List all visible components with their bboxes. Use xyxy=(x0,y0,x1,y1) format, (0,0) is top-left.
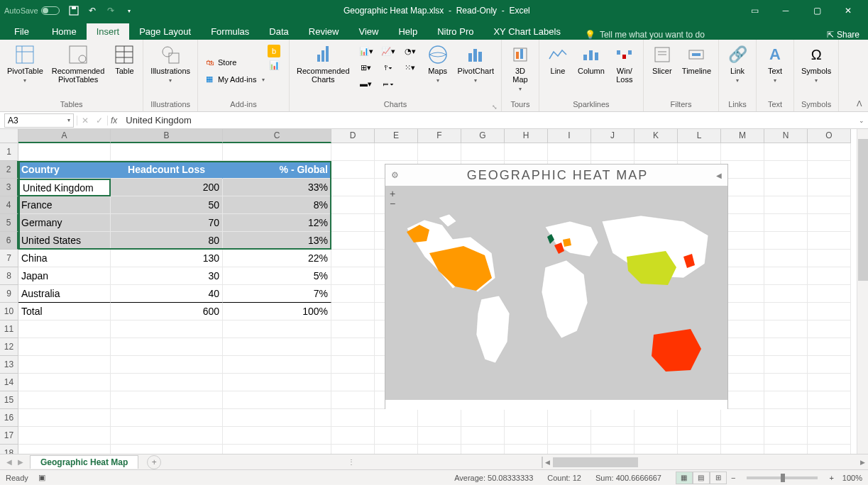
cell[interactable]: 33% xyxy=(223,179,331,196)
maps-button[interactable]: Maps▾ xyxy=(422,42,454,87)
cell[interactable] xyxy=(331,338,375,356)
row-header-17[interactable]: 17 xyxy=(0,427,18,445)
cell[interactable] xyxy=(18,409,111,427)
cell[interactable] xyxy=(111,391,223,409)
col-header-H[interactable]: H xyxy=(505,129,548,143)
row-header-10[interactable]: 10 xyxy=(0,303,18,320)
pie-chart-icon[interactable]: ◔▾ xyxy=(400,43,421,59)
cell[interactable] xyxy=(764,214,808,232)
row-header-18[interactable]: 18 xyxy=(0,445,18,454)
link-button[interactable]: 🔗Link▾ xyxy=(722,42,753,87)
cell[interactable] xyxy=(18,143,111,161)
cell[interactable]: Country xyxy=(18,161,111,179)
row-header-3[interactable]: 3 xyxy=(0,179,18,196)
tab-file[interactable]: File xyxy=(1,23,42,40)
cell[interactable]: United Kingdom xyxy=(18,179,111,196)
cell[interactable] xyxy=(808,338,851,356)
cell[interactable] xyxy=(18,445,111,454)
cell[interactable] xyxy=(764,232,808,250)
cell[interactable]: 130 xyxy=(111,250,223,267)
statistic-chart-icon[interactable]: ⫯▾ xyxy=(378,60,399,75)
waterfall-chart-icon[interactable]: ▬▾ xyxy=(356,76,377,91)
cell[interactable] xyxy=(808,143,851,161)
zoom-in-button[interactable]: + xyxy=(825,474,837,482)
autosave-toggle[interactable]: AutoSave xyxy=(4,6,60,15)
row-header-4[interactable]: 4 xyxy=(0,196,18,214)
sparkline-line-button[interactable]: Line xyxy=(542,42,573,77)
cell[interactable] xyxy=(808,214,851,232)
cell[interactable] xyxy=(418,445,461,454)
cell[interactable] xyxy=(548,143,591,161)
cell[interactable] xyxy=(505,427,548,445)
3d-map-button[interactable]: 3D Map▾ xyxy=(505,42,536,95)
cell[interactable] xyxy=(18,391,111,409)
cell[interactable]: 8% xyxy=(223,196,331,214)
my-addins-button[interactable]: ▦My Add-ins ▾ xyxy=(201,72,268,87)
page-break-view-button[interactable]: ⊞ xyxy=(710,472,727,484)
pivotchart-button[interactable]: PivotChart▾ xyxy=(454,42,498,87)
qat-customize-icon[interactable]: ▾ xyxy=(123,5,135,16)
cell[interactable] xyxy=(634,143,678,161)
cell[interactable] xyxy=(505,409,548,427)
cell[interactable]: 13% xyxy=(223,232,331,250)
cell[interactable] xyxy=(223,338,331,356)
cell[interactable] xyxy=(331,267,375,285)
cell[interactable] xyxy=(505,143,548,161)
maximize-button[interactable]: ▢ xyxy=(801,0,833,21)
col-header-G[interactable]: G xyxy=(461,129,505,143)
vscroll-thumb[interactable] xyxy=(858,139,868,281)
sheet-nav-first-icon[interactable]: ◀ xyxy=(4,458,14,466)
cell[interactable] xyxy=(678,427,721,445)
cell[interactable] xyxy=(461,445,505,454)
chart-collapse-icon[interactable]: ◀ xyxy=(716,172,722,179)
cell[interactable] xyxy=(111,374,223,391)
row-header-2[interactable]: 2 xyxy=(0,161,18,179)
cell[interactable]: Headcount Loss xyxy=(111,161,223,179)
cell[interactable] xyxy=(634,445,678,454)
row-header-1[interactable]: 1 xyxy=(0,143,18,161)
namebox-dropdown-icon[interactable]: ▾ xyxy=(67,117,70,123)
cell[interactable] xyxy=(331,427,375,445)
ribbon-display-icon[interactable]: ▭ xyxy=(739,6,770,16)
cell[interactable] xyxy=(808,356,851,374)
store-button[interactable]: 🛍Store xyxy=(201,55,239,70)
zoom-in-button[interactable]: + xyxy=(390,189,395,199)
cell[interactable]: 100% xyxy=(223,303,331,320)
cell[interactable] xyxy=(764,303,808,320)
table-button[interactable]: Table xyxy=(109,42,140,77)
redo-icon[interactable]: ↷ xyxy=(105,5,116,16)
timeline-button[interactable]: Timeline xyxy=(678,42,715,77)
cell[interactable] xyxy=(721,445,764,454)
cell[interactable] xyxy=(764,161,808,179)
col-header-B[interactable]: B xyxy=(111,129,223,143)
minimize-button[interactable]: ─ xyxy=(770,0,801,21)
cell[interactable] xyxy=(223,356,331,374)
cell[interactable] xyxy=(808,196,851,214)
cell[interactable] xyxy=(331,179,375,196)
zoom-out-button[interactable]: − xyxy=(390,199,395,208)
undo-icon[interactable]: ↶ xyxy=(87,5,98,16)
cell[interactable] xyxy=(331,232,375,250)
col-header-N[interactable]: N xyxy=(764,129,808,143)
cell[interactable] xyxy=(18,356,111,374)
col-header-C[interactable]: C xyxy=(223,129,331,143)
cell[interactable]: Japan xyxy=(18,267,111,285)
cell[interactable] xyxy=(331,356,375,374)
sparkline-winloss-button[interactable]: Win/ Loss xyxy=(609,42,640,85)
cell[interactable] xyxy=(223,409,331,427)
chart-object[interactable]: ⚙ GEOGRAPHIC HEAT MAP ◀ + − xyxy=(385,164,728,409)
cell[interactable] xyxy=(223,445,331,454)
recommended-pivottables-button[interactable]: Recommended PivotTables xyxy=(48,42,109,85)
cell[interactable] xyxy=(18,338,111,356)
cell[interactable] xyxy=(111,356,223,374)
cell[interactable] xyxy=(223,391,331,409)
cell[interactable] xyxy=(331,320,375,338)
cell[interactable] xyxy=(808,161,851,179)
cell[interactable]: 200 xyxy=(111,179,223,196)
line-chart-icon[interactable]: 📈▾ xyxy=(378,43,399,59)
cell[interactable]: 40 xyxy=(111,285,223,303)
cell[interactable] xyxy=(808,391,851,409)
cell[interactable] xyxy=(331,303,375,320)
row-header-16[interactable]: 16 xyxy=(0,409,18,427)
cell[interactable]: Australia xyxy=(18,285,111,303)
